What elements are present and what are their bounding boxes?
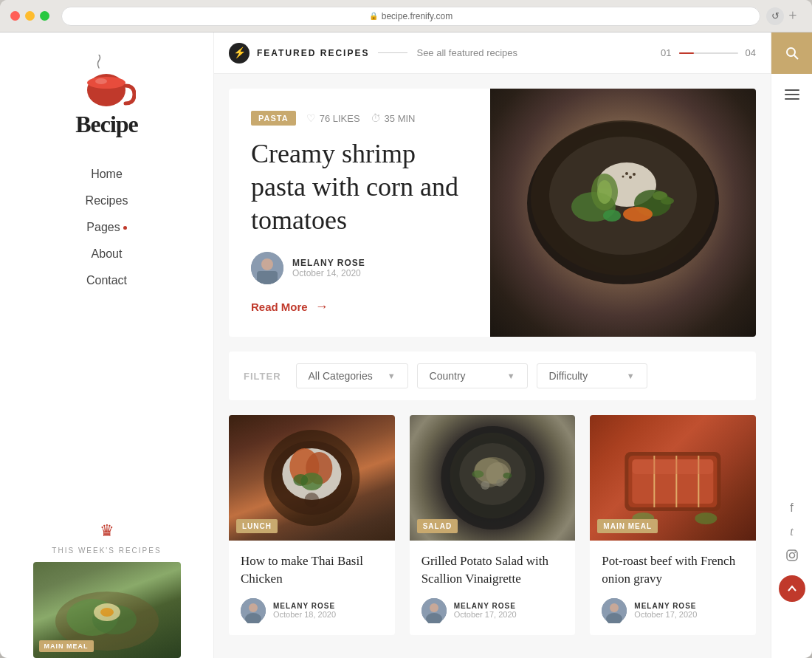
chevron-down-icon: ▼: [388, 371, 396, 380]
svg-point-20: [597, 180, 612, 204]
filter-label: FILTER: [244, 371, 281, 382]
svg-point-37: [249, 603, 258, 612]
recipe-card-image-0: LUNCH: [229, 415, 395, 541]
filter-difficulty-select[interactable]: Difficulty ▼: [537, 363, 647, 388]
slide-total: 04: [746, 47, 756, 58]
recipe-badge-0: LUNCH: [236, 519, 278, 533]
sidebar-bottom: ♛ This Week's Recipes MAIN MEAL: [0, 521, 213, 658]
svg-point-60: [695, 513, 718, 524]
hero-author-row: MELANY ROSE October 14, 2020: [251, 252, 468, 284]
arrow-icon: →: [315, 299, 328, 315]
menu-button[interactable]: [771, 74, 813, 115]
svg-point-50: [430, 603, 438, 612]
chevron-down-icon: ▼: [507, 371, 515, 380]
slide-progress-fill: [679, 52, 694, 54]
filter-bar: FILTER All Categories ▼ Country ▼ Diffic…: [229, 352, 756, 400]
svg-point-62: [610, 603, 619, 612]
twitter-icon[interactable]: t: [790, 525, 793, 538]
hero-image-bg: [490, 89, 756, 337]
content-area: ⚡ FEATURED RECIPES See all featured reci…: [214, 32, 771, 658]
see-all-link[interactable]: See all featured recipes: [416, 47, 517, 58]
heart-icon: ♡: [306, 112, 316, 124]
filter-country-select[interactable]: Country ▼: [417, 363, 528, 388]
close-dot[interactable]: [10, 11, 20, 21]
svg-point-44: [474, 457, 511, 484]
instagram-svg: [785, 549, 799, 562]
avatar-svg: [251, 252, 283, 284]
svg-point-67: [789, 553, 794, 558]
nav-item-home[interactable]: Home: [91, 168, 123, 181]
hero-section: PASTA ♡ 76 LIKES ⏱ 35 MIN Cream: [229, 89, 756, 337]
svg-point-2: [95, 78, 107, 84]
recipe-card-image-1: SALAD: [410, 415, 576, 541]
recipe-card-title-1: Grilled Potato Salad with Scallion Vinai…: [422, 552, 564, 588]
search-button[interactable]: [771, 32, 813, 74]
card-author-info-0: MELANY ROSE October 18, 2020: [273, 602, 336, 619]
recipe-grid: LUNCH How to make Thai Basil Chicken: [229, 415, 756, 635]
new-tab-button[interactable]: +: [784, 7, 802, 25]
minimize-dot[interactable]: [25, 11, 35, 21]
hero-author-avatar: [251, 252, 283, 284]
crown-icon: ♛: [100, 521, 114, 541]
lock-icon: 🔒: [369, 12, 378, 20]
card-avatar-svg-0: [241, 598, 266, 623]
top-bar: ⚡ FEATURED RECIPES See all featured reci…: [214, 32, 771, 74]
sidebar: Becipe Home Recipes Pages About Contact: [0, 32, 214, 658]
sidebar-recipe-image[interactable]: MAIN MEAL: [33, 562, 181, 658]
pages-dot: [123, 226, 127, 230]
lightning-icon: ⚡: [229, 43, 250, 64]
reload-button[interactable]: ↺: [766, 7, 784, 25]
divider-line: [378, 52, 407, 53]
hero-food-svg: [490, 89, 756, 310]
chevron-down-icon: ▼: [627, 371, 635, 380]
read-more-button[interactable]: Read More →: [251, 299, 328, 315]
menu-line: [785, 89, 799, 91]
weeks-label: This Week's Recipes: [52, 546, 161, 555]
recipe-card-author-1: MELANY ROSE October 17, 2020: [422, 598, 564, 623]
recipe-card-title-0: How to make Thai Basil Chicken: [241, 552, 383, 588]
slide-current: 01: [661, 47, 671, 58]
url-bar[interactable]: 🔒 becipe.frenify.com: [61, 7, 760, 26]
hero-author-date: October 14, 2020: [292, 268, 365, 278]
hero-content: PASTA ♡ 76 LIKES ⏱ 35 MIN Cream: [229, 89, 490, 337]
nav-item-about[interactable]: About: [92, 247, 123, 261]
hero-time: ⏱ 35 MIN: [371, 112, 416, 124]
svg-point-34: [293, 474, 308, 486]
svg-line-65: [794, 55, 798, 59]
recipe-card-author-2: MELANY ROSE October 17, 2020: [602, 598, 744, 623]
featured-label: FEATURED RECIPES: [257, 48, 369, 58]
card-avatar-0: [241, 598, 266, 623]
facebook-icon[interactable]: f: [790, 501, 793, 515]
nav-menu: Home Recipes Pages About Contact: [0, 168, 213, 287]
card-avatar-1: [422, 598, 447, 623]
card-author-info-2: MELANY ROSE October 17, 2020: [634, 602, 697, 619]
recipe-card-image-2: MAIN MEAL: [590, 415, 756, 541]
maximize-dot[interactable]: [40, 11, 49, 21]
svg-point-45: [481, 481, 489, 490]
svg-point-35: [304, 493, 319, 507]
svg-rect-11: [257, 271, 278, 284]
logo-area: Becipe: [75, 55, 138, 138]
search-icon: [785, 46, 799, 61]
recipe-card: LUNCH How to make Thai Basil Chicken: [229, 415, 395, 635]
hero-author-name: MELANY ROSE: [292, 258, 365, 268]
card-avatar-2: [602, 598, 627, 623]
instagram-icon[interactable]: [785, 549, 799, 565]
hero-image: [490, 89, 756, 337]
card-avatar-svg-2: [602, 598, 627, 623]
main-layout: Becipe Home Recipes Pages About Contact: [0, 32, 812, 658]
svg-point-68: [794, 552, 796, 553]
svg-point-48: [503, 473, 512, 479]
hero-tag-badge: PASTA: [251, 111, 296, 126]
recipe-card: MAIN MEAL Pot-roast beef with French oni…: [590, 415, 756, 635]
nav-item-contact[interactable]: Contact: [86, 274, 127, 287]
recipe-badge-1: SALAD: [417, 519, 458, 533]
right-sidebar: f t: [771, 32, 812, 658]
filter-categories-select[interactable]: All Categories ▼: [296, 363, 408, 388]
nav-item-pages[interactable]: Pages: [86, 221, 126, 234]
nav-item-recipes[interactable]: Recipes: [86, 194, 128, 208]
svg-point-21: [629, 176, 632, 179]
scroll-top-button[interactable]: [779, 575, 805, 602]
svg-point-1: [87, 77, 125, 89]
browser-window: 🔒 becipe.frenify.com ↺ +: [0, 0, 812, 658]
